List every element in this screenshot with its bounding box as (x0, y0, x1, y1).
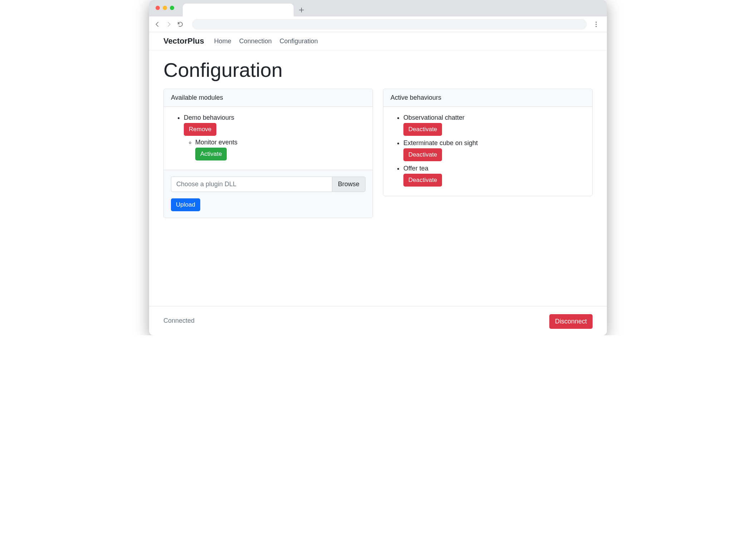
upload-footer: Choose a plugin DLL Browse Upload (164, 170, 373, 218)
window-controls (156, 6, 174, 10)
page-title: Configuration (163, 58, 593, 81)
svg-point-1 (595, 24, 597, 25)
available-modules-header: Available modules (164, 89, 373, 107)
disconnect-button[interactable]: Disconnect (549, 314, 593, 329)
reload-button[interactable] (177, 21, 183, 28)
nav-link-home[interactable]: Home (214, 38, 231, 45)
file-input-group: Choose a plugin DLL Browse (171, 177, 365, 192)
behaviour-item: Exterminate cube on sight Deactivate (403, 139, 584, 161)
behaviour-item: Observational chatter Deactivate (403, 114, 584, 136)
browser-toolbar (149, 16, 607, 32)
browser-tab[interactable] (183, 4, 294, 16)
behaviour-list: Observational chatter Deactivate Extermi… (392, 114, 584, 187)
behaviour-name: Exterminate cube on sight (403, 139, 478, 147)
maximize-window-icon[interactable] (170, 6, 174, 10)
close-window-icon[interactable] (156, 6, 160, 10)
upload-button[interactable]: Upload (171, 198, 200, 211)
file-input[interactable]: Choose a plugin DLL (171, 177, 332, 192)
module-list: Demo behaviours Remove Monitor events Ac… (172, 114, 364, 160)
module-children: Monitor events Activate (184, 139, 364, 160)
connection-status: Connected (163, 317, 195, 325)
behaviour-name: Offer tea (403, 165, 428, 172)
browse-button[interactable]: Browse (332, 177, 365, 192)
deactivate-button[interactable]: Deactivate (403, 174, 442, 187)
deactivate-button[interactable]: Deactivate (403, 123, 442, 136)
kebab-icon (595, 21, 597, 27)
nav-link-configuration[interactable]: Configuration (280, 38, 318, 45)
available-modules-body: Demo behaviours Remove Monitor events Ac… (164, 107, 373, 170)
remove-module-button[interactable]: Remove (184, 123, 216, 136)
module-child-name: Monitor events (195, 139, 237, 146)
arrow-right-icon (166, 21, 172, 28)
module-child-item: Monitor events Activate (195, 139, 364, 160)
behaviour-name: Observational chatter (403, 114, 465, 121)
page: VectorPlus Home Connection Configuration… (149, 32, 607, 335)
deactivate-button[interactable]: Deactivate (403, 148, 442, 161)
active-behaviours-body: Observational chatter Deactivate Extermi… (383, 107, 592, 196)
new-tab-button[interactable] (296, 5, 306, 15)
arrow-left-icon (154, 21, 161, 28)
module-item: Demo behaviours Remove Monitor events Ac… (184, 114, 364, 160)
minimize-window-icon[interactable] (163, 6, 167, 10)
navbar: VectorPlus Home Connection Configuration (149, 32, 607, 50)
behaviour-item: Offer tea Deactivate (403, 165, 584, 187)
content: Configuration Available modules Demo beh… (149, 50, 607, 306)
browser-window: VectorPlus Home Connection Configuration… (149, 0, 607, 335)
module-name: Demo behaviours (184, 114, 234, 121)
back-button[interactable] (154, 21, 161, 28)
activate-behaviour-button[interactable]: Activate (195, 148, 227, 160)
footer: Connected Disconnect (149, 306, 607, 335)
svg-point-2 (595, 26, 597, 27)
browser-menu-button[interactable] (595, 21, 602, 27)
active-behaviours-card: Active behaviours Observational chatter … (383, 89, 593, 196)
browser-titlebar (149, 0, 607, 16)
brand[interactable]: VectorPlus (163, 36, 204, 46)
forward-button[interactable] (166, 21, 172, 28)
available-modules-card: Available modules Demo behaviours Remove… (163, 89, 373, 218)
plus-icon (299, 8, 304, 13)
active-behaviours-header: Active behaviours (383, 89, 592, 107)
nav-link-connection[interactable]: Connection (239, 38, 272, 45)
cards-row: Available modules Demo behaviours Remove… (163, 89, 593, 218)
address-bar[interactable] (192, 19, 587, 30)
svg-point-0 (595, 21, 597, 23)
reload-icon (177, 21, 183, 28)
